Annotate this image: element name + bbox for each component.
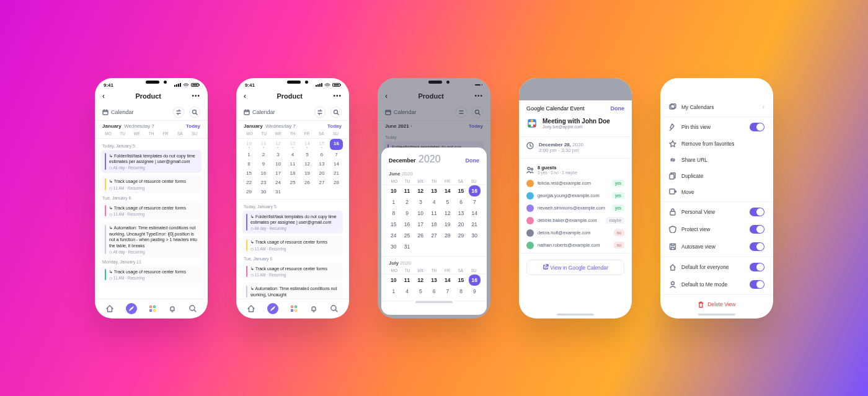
calendar-day[interactable]: 5 [301,150,314,159]
calendar-day[interactable] [469,241,481,252]
calendar-day[interactable]: 4 [428,196,440,208]
calendar-day[interactable]: 1 [388,286,400,297]
calendar-day[interactable] [315,187,328,196]
toggle[interactable] [750,242,764,251]
event-card[interactable]: ↳ Track usage of resource center forms◷ … [101,202,202,219]
calendar-day[interactable]: 20 [315,169,328,178]
calendar-day[interactable]: 18 [428,219,440,230]
calendar-day[interactable]: 5 [441,196,454,208]
filter-icon[interactable] [173,107,184,118]
option-lock[interactable]: Personal View [666,203,767,221]
calendar-day[interactable]: 3 [272,150,285,159]
calendar-day[interactable]: 19 [441,219,454,230]
search-icon[interactable] [330,107,342,118]
calendar-day[interactable]: 12 [301,159,314,169]
more-icon[interactable]: ••• [192,92,200,99]
event-card[interactable]: ↳ Track usage of resource center forms◷ … [242,236,343,253]
calendar-day[interactable]: 11 [428,208,440,219]
calendar-day[interactable]: 17 [415,219,427,230]
option-move[interactable]: Move [666,184,767,200]
back-icon[interactable]: ‹ [244,92,246,100]
event-card[interactable]: ↳ Track usage of resource center forms◷ … [101,175,202,193]
option-save[interactable]: Autosave view [666,238,767,255]
done-button[interactable]: Done [611,105,625,112]
done-button[interactable]: Done [466,157,480,164]
option-calendars[interactable]: My Calendars› [666,99,767,115]
option-pin[interactable]: Pin this view [666,118,767,136]
tab-home-icon[interactable] [247,304,255,313]
calendar-day[interactable]: 11 [257,139,270,150]
calendar-day[interactable]: 24 [272,178,285,187]
calendar-day[interactable]: 23 [257,178,270,187]
calendar-day[interactable] [415,241,427,252]
month-grid[interactable]: 1011121314151612345678910111213141516171… [236,139,349,200]
calendar-day[interactable]: 5 [415,286,427,297]
calendar-day[interactable]: 8 [388,208,400,219]
calendar-day[interactable]: 24 [388,230,400,241]
calendar-day[interactable]: 14 [441,185,454,196]
guest-row[interactable]: debbie.baker@example.commaybe [526,214,624,227]
calendar-day[interactable]: 27 [315,178,328,187]
filter-icon[interactable] [314,107,326,118]
calendar-day[interactable]: 14 [441,275,454,286]
tab-apps-icon[interactable] [148,304,157,313]
calendar-day[interactable]: 30 [257,187,270,196]
calendar-day[interactable]: 15 [388,219,400,230]
calendar-day[interactable]: 2 [401,196,414,208]
view-tab-calendar[interactable]: Calendar [244,109,275,115]
event-card[interactable]: ↳ Automation: Time estimated conditions … [242,283,343,298]
calendar-day[interactable] [455,241,467,252]
calendar-day[interactable]: 13 [286,139,299,150]
more-icon[interactable]: ••• [333,92,342,99]
calendar-day[interactable]: 11 [401,275,414,286]
calendar-day[interactable]: 1 [242,150,255,159]
tab-notifications-icon[interactable] [168,304,177,313]
tab-search-icon[interactable] [330,304,339,313]
calendar-day[interactable]: 7 [441,286,454,297]
calendar-day[interactable]: 10 [272,159,285,169]
event-card[interactable]: ↳ Folder/list/task templates do not copy… [101,150,202,174]
guest-row[interactable]: felicia.reid@example.comyes [526,177,624,190]
calendar-day[interactable]: 14 [330,159,343,169]
options-list[interactable]: My Calendars›Pin this viewRemove from fa… [660,97,773,314]
agenda-list[interactable]: Today, January 5↳ Folder/list/task templ… [95,139,208,299]
guest-row[interactable]: debra.holt@example.comno [526,227,624,239]
calendar-day[interactable]: 4 [401,286,414,297]
calendar-day[interactable]: 6 [315,150,328,159]
calendar-day[interactable]: 29 [455,230,467,241]
option-home[interactable]: Default for everyone [666,258,767,276]
event-card[interactable]: ↳ Automation: Time estimated conditions … [101,222,202,257]
calendar-day[interactable]: 12 [415,275,427,286]
calendar-day[interactable]: 25 [401,230,414,241]
calendar-day[interactable]: 19 [301,169,314,178]
calendar-day[interactable]: 26 [301,178,314,187]
calendar-day[interactable]: 13 [455,208,467,219]
calendar-day[interactable]: 4 [286,150,299,159]
calendar-day[interactable]: 17 [272,169,285,178]
calendar-day[interactable]: 11 [286,159,299,169]
calendar-day[interactable]: 15 [455,185,467,196]
calendar-day[interactable]: 12 [415,185,427,196]
calendar-day[interactable]: 15 [455,275,467,286]
calendar-day[interactable]: 31 [272,187,285,196]
calendar-day[interactable]: 22 [242,178,255,187]
calendar-day[interactable]: 27 [428,230,440,241]
calendar-day[interactable]: 2 [257,150,270,159]
calendar-day[interactable]: 13 [315,159,328,169]
tab-notifications-icon[interactable] [309,304,318,313]
calendar-day[interactable]: 25 [286,178,299,187]
view-in-gcal-button[interactable]: View in Google Calendar [526,260,624,275]
calendar-day[interactable] [286,187,299,196]
today-button[interactable]: Today [186,123,200,129]
calendar-day[interactable]: 13 [428,185,440,196]
calendar-day[interactable]: 28 [441,230,454,241]
calendar-day[interactable]: 12 [441,208,454,219]
calendar-day[interactable]: 9 [469,286,481,297]
toggle[interactable] [750,280,764,289]
calendar-day[interactable]: 7 [330,150,343,159]
calendar-day[interactable]: 14 [301,139,314,150]
guest-row[interactable]: nathan.roberts@example.comno [526,239,624,252]
calendar-day[interactable]: 20 [455,219,467,230]
tab-search-icon[interactable] [188,304,197,313]
calendar-day[interactable]: 10 [242,139,255,150]
